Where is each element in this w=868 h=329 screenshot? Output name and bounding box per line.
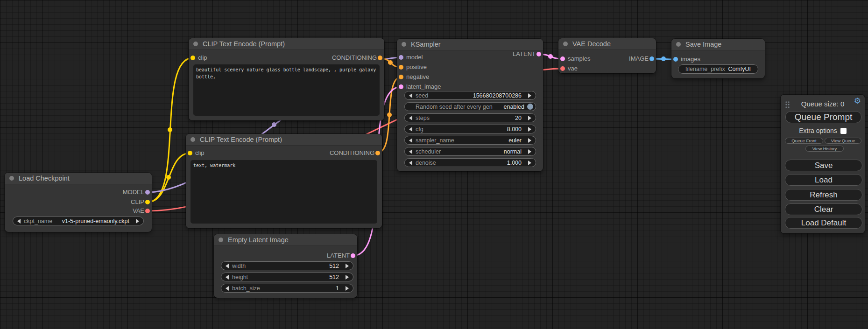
- input-slot-negative: negative: [397, 73, 543, 81]
- collapse-dot-icon[interactable]: [219, 238, 223, 242]
- node-title-bar[interactable]: VAE Decode: [558, 38, 656, 50]
- node-title-bar[interactable]: CLIP Text Encode (Prompt): [186, 134, 382, 146]
- decrement-arrow-icon[interactable]: [409, 127, 412, 132]
- negative-input-dot[interactable]: [399, 75, 403, 79]
- images-input-dot[interactable]: [673, 57, 678, 62]
- batch-size-widget[interactable]: batch_size 1: [221, 284, 353, 293]
- decrement-arrow-icon[interactable]: [226, 264, 229, 268]
- enabled-toggle[interactable]: [527, 104, 533, 110]
- conditioning-output-dot[interactable]: [375, 151, 380, 155]
- widget-label: batch_size: [232, 285, 260, 292]
- increment-arrow-icon[interactable]: [136, 219, 139, 224]
- positive-input-dot[interactable]: [399, 65, 403, 70]
- view-history-button[interactable]: View History: [805, 146, 844, 152]
- collapse-dot-icon[interactable]: [191, 137, 195, 142]
- increment-arrow-icon[interactable]: [346, 264, 349, 268]
- node-title-bar[interactable]: Load Checkpoint: [5, 173, 152, 184]
- node-save-image[interactable]: Save Image images filename_prefix ComfyU…: [671, 39, 765, 78]
- node-title: Empty Latent Image: [228, 236, 289, 244]
- collapse-dot-icon[interactable]: [193, 42, 198, 46]
- ckpt-name-widget[interactable]: ckpt_name v1-5-pruned-emaonly.ckpt: [13, 217, 144, 225]
- clip-input-dot[interactable]: [188, 151, 192, 155]
- image-output-dot[interactable]: [649, 56, 654, 61]
- increment-arrow-icon[interactable]: [346, 275, 349, 280]
- input-slot-positive: positive: [397, 63, 543, 71]
- queue-front-button[interactable]: Queue Front: [785, 138, 823, 144]
- output-slot-model: MODEL: [5, 189, 152, 196]
- collapse-dot-icon[interactable]: [676, 42, 681, 47]
- model-output-dot[interactable]: [145, 190, 150, 195]
- increment-arrow-icon[interactable]: [528, 149, 531, 154]
- clip-output-dot[interactable]: [145, 200, 150, 204]
- node-clip-text-encode-positive[interactable]: CLIP Text Encode (Prompt) clip CONDITION…: [189, 38, 384, 120]
- increment-arrow-icon[interactable]: [346, 286, 349, 291]
- node-title-bar[interactable]: KSampler: [397, 39, 543, 50]
- extra-options-checkbox[interactable]: [840, 128, 847, 134]
- node-empty-latent-image[interactable]: Empty Latent Image LATENT width 512 heig…: [214, 234, 357, 298]
- node-title-bar[interactable]: CLIP Text Encode (Prompt): [189, 38, 384, 50]
- load-default-button[interactable]: Load Default: [785, 217, 862, 229]
- extra-options-label: Extra options: [799, 127, 837, 134]
- increment-arrow-icon[interactable]: [528, 138, 531, 143]
- increment-arrow-icon[interactable]: [528, 116, 531, 120]
- increment-arrow-icon[interactable]: [528, 93, 531, 98]
- prompt-textarea[interactable]: beautiful scenery nature glass bottle la…: [193, 64, 380, 116]
- vae-input-dot[interactable]: [560, 66, 565, 71]
- clip-input-dot[interactable]: [191, 56, 195, 60]
- settings-gear-icon[interactable]: ⚙: [854, 97, 861, 105]
- height-widget[interactable]: height 512: [221, 273, 353, 281]
- vae-output-dot[interactable]: [145, 209, 150, 213]
- node-ksampler[interactable]: KSampler LATENT model positive negative …: [397, 39, 543, 171]
- extra-options-row: Extra options: [781, 127, 865, 134]
- widget-value: 8.000: [507, 126, 522, 133]
- node-vae-decode[interactable]: VAE Decode samples IMAGE vae: [558, 38, 656, 73]
- samples-input-dot[interactable]: [560, 56, 565, 61]
- model-input-dot[interactable]: [399, 55, 403, 60]
- decrement-arrow-icon[interactable]: [409, 161, 412, 165]
- decrement-arrow-icon[interactable]: [409, 149, 412, 154]
- queue-panel: Queue size: 0 ⚙ Queue Prompt Extra optio…: [781, 95, 865, 233]
- width-widget[interactable]: width 512: [221, 261, 353, 270]
- save-button[interactable]: Save: [785, 160, 862, 171]
- random-seed-widget[interactable]: Random seed after every gen enabled: [404, 102, 536, 111]
- load-button[interactable]: Load: [785, 174, 862, 186]
- collapse-dot-icon[interactable]: [402, 42, 406, 47]
- output-slot-latent: LATENT: [214, 252, 357, 259]
- sampler-name-widget[interactable]: sampler_name euler: [404, 136, 536, 145]
- conditioning-output-dot[interactable]: [378, 56, 382, 60]
- prompt-textarea[interactable]: text, watermark: [191, 160, 377, 224]
- queue-prompt-button[interactable]: Queue Prompt: [785, 111, 861, 123]
- node-clip-text-encode-negative[interactable]: CLIP Text Encode (Prompt) clip CONDITION…: [186, 134, 382, 228]
- widget-value: 156680208700286: [473, 92, 522, 99]
- node-title-bar[interactable]: Empty Latent Image: [214, 234, 357, 246]
- increment-arrow-icon[interactable]: [528, 127, 531, 132]
- cfg-widget[interactable]: cfg 8.000: [404, 125, 536, 133]
- increment-arrow-icon[interactable]: [528, 161, 531, 165]
- widget-value: v1-5-pruned-emaonly.ckpt: [62, 218, 129, 224]
- view-queue-button[interactable]: View Queue: [825, 138, 861, 144]
- latent-image-input-dot[interactable]: [399, 84, 403, 89]
- node-title: CLIP Text Encode (Prompt): [200, 136, 282, 143]
- node-load-checkpoint[interactable]: Load Checkpoint MODEL CLIP VAE ckpt_name…: [5, 173, 152, 232]
- decrement-arrow-icon[interactable]: [409, 138, 412, 143]
- clear-button[interactable]: Clear: [785, 203, 862, 215]
- widget-label: Random seed after every gen: [416, 104, 493, 110]
- decrement-arrow-icon[interactable]: [226, 286, 229, 291]
- refresh-button[interactable]: Refresh: [785, 189, 862, 201]
- node-title-bar[interactable]: Save Image: [671, 39, 765, 50]
- widget-value: 1: [336, 285, 339, 292]
- filename-prefix-widget[interactable]: filename_prefix ComfyUI: [678, 64, 758, 74]
- wire-clip-to-negative-prompt[interactable]: [148, 153, 190, 202]
- decrement-arrow-icon[interactable]: [226, 275, 229, 280]
- seed-widget[interactable]: seed 156680208700286: [404, 91, 536, 100]
- collapse-dot-icon[interactable]: [9, 176, 14, 181]
- steps-widget[interactable]: steps 20: [404, 113, 536, 122]
- decrement-arrow-icon[interactable]: [17, 219, 21, 224]
- scheduler-widget[interactable]: scheduler normal: [404, 147, 536, 156]
- latent-output-dot[interactable]: [351, 253, 355, 258]
- widget-label: filename_prefix: [685, 66, 725, 72]
- decrement-arrow-icon[interactable]: [409, 116, 412, 120]
- collapse-dot-icon[interactable]: [563, 42, 568, 46]
- decrement-arrow-icon[interactable]: [409, 93, 412, 98]
- denoise-widget[interactable]: denoise 1.000: [404, 158, 536, 167]
